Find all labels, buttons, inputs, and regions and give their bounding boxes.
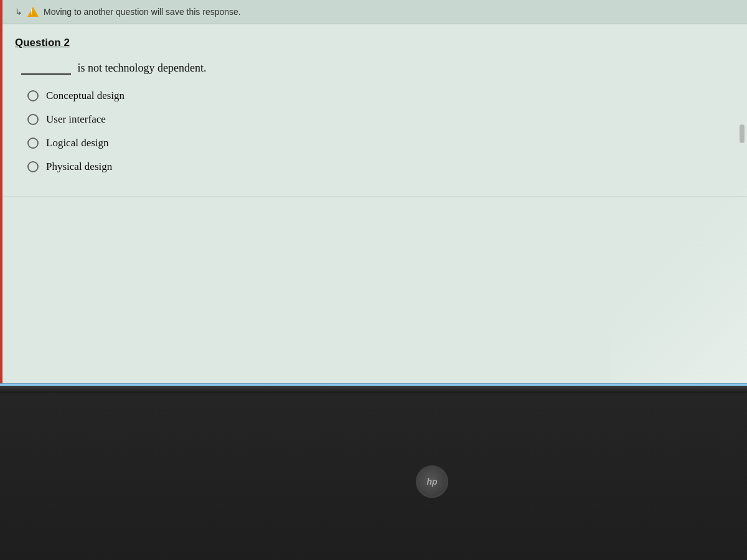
- scrollbar[interactable]: [740, 124, 745, 143]
- question-section: Question 2 is not technology dependent. …: [2, 24, 747, 197]
- notice-text: Moving to another question will save thi…: [44, 7, 241, 17]
- hp-logo: hp: [416, 465, 448, 498]
- hp-text: hp: [426, 477, 437, 487]
- question-body-text: is not technology dependent.: [78, 62, 207, 74]
- options-list: Conceptual design User interface Logical…: [15, 90, 728, 173]
- notice-arrow-icon: ↳: [15, 7, 22, 17]
- option-item-3[interactable]: Logical design: [27, 137, 728, 149]
- laptop-bezel: hp: [0, 386, 747, 560]
- radio-btn-1[interactable]: [27, 90, 39, 101]
- blank-underline: [21, 73, 71, 75]
- laptop-hinge: [0, 386, 747, 393]
- option-label-4: Physical design: [46, 161, 112, 173]
- laptop-palmrest: [0, 393, 747, 560]
- radio-btn-2[interactable]: [27, 114, 39, 125]
- option-item-2[interactable]: User interface: [27, 113, 728, 126]
- radio-btn-4[interactable]: [27, 161, 39, 172]
- content-area: ↳ Moving to another question will save t…: [0, 0, 747, 386]
- option-item-1[interactable]: Conceptual design: [27, 90, 728, 102]
- warning-icon: [27, 6, 39, 17]
- option-label-1: Conceptual design: [46, 90, 125, 102]
- warning-triangle: [27, 7, 39, 17]
- option-label-3: Logical design: [46, 137, 109, 149]
- screen: ↳ Moving to another question will save t…: [0, 0, 747, 386]
- question-title: Question 2: [15, 37, 728, 49]
- option-item-4[interactable]: Physical design: [27, 161, 728, 173]
- question-text: is not technology dependent.: [15, 62, 728, 75]
- notice-bar: ↳ Moving to another question will save t…: [2, 0, 747, 24]
- radio-btn-3[interactable]: [27, 138, 39, 149]
- option-label-2: User interface: [46, 113, 106, 126]
